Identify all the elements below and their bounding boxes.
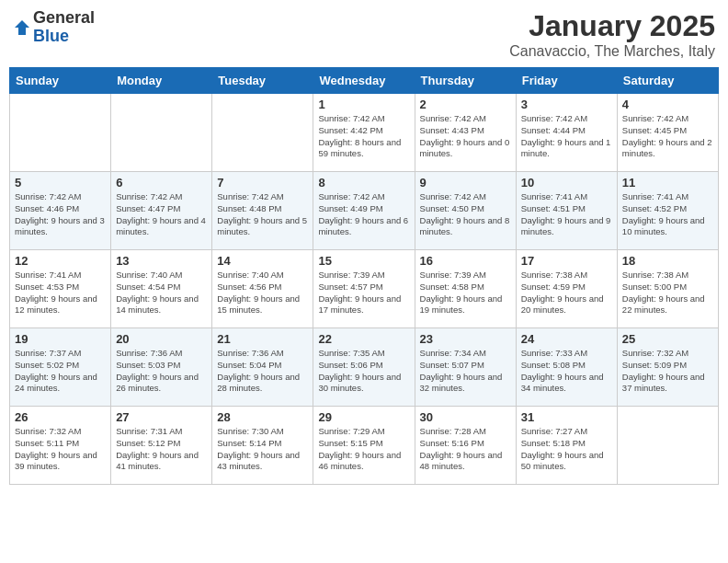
day-info: Sunrise: 7:38 AMSunset: 5:00 PMDaylight:… bbox=[622, 270, 713, 316]
day-cell: 20Sunrise: 7:36 AMSunset: 5:03 PMDayligh… bbox=[111, 328, 212, 407]
day-cell bbox=[10, 94, 111, 172]
title-area: January 2025 Canavaccio, The Marches, It… bbox=[509, 9, 715, 60]
day-cell bbox=[617, 407, 718, 485]
day-cell: 22Sunrise: 7:35 AMSunset: 5:06 PMDayligh… bbox=[313, 328, 415, 407]
day-cell: 29Sunrise: 7:29 AMSunset: 5:15 PMDayligh… bbox=[313, 407, 415, 485]
day-cell bbox=[212, 94, 313, 172]
location-title: Canavaccio, The Marches, Italy bbox=[509, 43, 715, 60]
day-cell: 4Sunrise: 7:42 AMSunset: 4:45 PMDaylight… bbox=[617, 94, 718, 172]
day-info: Sunrise: 7:40 AMSunset: 4:54 PMDaylight:… bbox=[116, 270, 207, 316]
day-cell: 31Sunrise: 7:27 AMSunset: 5:18 PMDayligh… bbox=[516, 407, 617, 485]
week-row-4: 19Sunrise: 7:37 AMSunset: 5:02 PMDayligh… bbox=[10, 328, 719, 407]
day-cell: 9Sunrise: 7:42 AMSunset: 4:50 PMDaylight… bbox=[415, 172, 516, 250]
day-info: Sunrise: 7:41 AMSunset: 4:51 PMDaylight:… bbox=[521, 191, 612, 238]
weekday-header-saturday: Saturday bbox=[617, 68, 718, 94]
day-cell: 21Sunrise: 7:36 AMSunset: 5:04 PMDayligh… bbox=[212, 328, 313, 407]
day-info: Sunrise: 7:42 AMSunset: 4:49 PMDaylight:… bbox=[318, 191, 409, 238]
logo-blue-text: Blue bbox=[33, 28, 95, 46]
weekday-header-row: SundayMondayTuesdayWednesdayThursdayFrid… bbox=[10, 68, 719, 94]
day-cell: 5Sunrise: 7:42 AMSunset: 4:46 PMDaylight… bbox=[10, 172, 111, 250]
logo-icon bbox=[13, 18, 31, 37]
day-number: 13 bbox=[116, 254, 207, 268]
day-cell: 6Sunrise: 7:42 AMSunset: 4:47 PMDaylight… bbox=[111, 172, 212, 250]
day-cell bbox=[111, 94, 212, 172]
day-number: 28 bbox=[217, 410, 308, 424]
svg-marker-0 bbox=[15, 20, 29, 35]
day-number: 11 bbox=[622, 176, 713, 190]
calendar: SundayMondayTuesdayWednesdayThursdayFrid… bbox=[9, 67, 719, 485]
day-cell: 2Sunrise: 7:42 AMSunset: 4:43 PMDaylight… bbox=[415, 94, 516, 172]
day-number: 6 bbox=[116, 176, 207, 190]
day-number: 7 bbox=[217, 176, 308, 190]
day-number: 31 bbox=[521, 410, 612, 424]
day-info: Sunrise: 7:42 AMSunset: 4:48 PMDaylight:… bbox=[217, 191, 308, 238]
day-cell: 7Sunrise: 7:42 AMSunset: 4:48 PMDaylight… bbox=[212, 172, 313, 250]
day-number: 10 bbox=[521, 176, 612, 190]
day-info: Sunrise: 7:31 AMSunset: 5:12 PMDaylight:… bbox=[116, 426, 207, 473]
day-number: 12 bbox=[15, 254, 106, 268]
day-cell: 14Sunrise: 7:40 AMSunset: 4:56 PMDayligh… bbox=[212, 250, 313, 328]
day-info: Sunrise: 7:36 AMSunset: 5:03 PMDaylight:… bbox=[116, 348, 207, 395]
day-info: Sunrise: 7:32 AMSunset: 5:09 PMDaylight:… bbox=[622, 348, 713, 395]
day-info: Sunrise: 7:29 AMSunset: 5:15 PMDaylight:… bbox=[318, 426, 409, 473]
day-number: 17 bbox=[521, 254, 612, 268]
day-info: Sunrise: 7:42 AMSunset: 4:50 PMDaylight:… bbox=[420, 191, 511, 238]
day-cell: 8Sunrise: 7:42 AMSunset: 4:49 PMDaylight… bbox=[313, 172, 415, 250]
day-info: Sunrise: 7:27 AMSunset: 5:18 PMDaylight:… bbox=[521, 426, 612, 473]
day-cell: 10Sunrise: 7:41 AMSunset: 4:51 PMDayligh… bbox=[516, 172, 617, 250]
day-info: Sunrise: 7:30 AMSunset: 5:14 PMDaylight:… bbox=[217, 426, 308, 473]
day-cell: 15Sunrise: 7:39 AMSunset: 4:57 PMDayligh… bbox=[313, 250, 415, 328]
weekday-header-tuesday: Tuesday bbox=[212, 68, 313, 94]
day-info: Sunrise: 7:42 AMSunset: 4:42 PMDaylight:… bbox=[318, 113, 409, 160]
day-number: 9 bbox=[420, 176, 511, 190]
day-info: Sunrise: 7:42 AMSunset: 4:45 PMDaylight:… bbox=[622, 113, 713, 160]
day-info: Sunrise: 7:42 AMSunset: 4:46 PMDaylight:… bbox=[15, 191, 106, 238]
day-info: Sunrise: 7:39 AMSunset: 4:57 PMDaylight:… bbox=[318, 270, 409, 316]
day-cell: 27Sunrise: 7:31 AMSunset: 5:12 PMDayligh… bbox=[111, 407, 212, 485]
day-number: 26 bbox=[15, 410, 106, 424]
day-info: Sunrise: 7:41 AMSunset: 4:52 PMDaylight:… bbox=[622, 191, 713, 238]
day-number: 15 bbox=[318, 254, 409, 268]
day-cell: 23Sunrise: 7:34 AMSunset: 5:07 PMDayligh… bbox=[415, 328, 516, 407]
day-number: 2 bbox=[420, 98, 511, 111]
day-number: 30 bbox=[420, 410, 511, 424]
day-number: 24 bbox=[521, 332, 612, 346]
day-number: 27 bbox=[116, 410, 207, 424]
day-number: 5 bbox=[15, 176, 106, 190]
weekday-header-sunday: Sunday bbox=[10, 68, 111, 94]
week-row-3: 12Sunrise: 7:41 AMSunset: 4:53 PMDayligh… bbox=[10, 250, 719, 328]
day-info: Sunrise: 7:28 AMSunset: 5:16 PMDaylight:… bbox=[420, 426, 511, 473]
day-cell: 16Sunrise: 7:39 AMSunset: 4:58 PMDayligh… bbox=[415, 250, 516, 328]
day-number: 25 bbox=[622, 332, 713, 346]
day-number: 18 bbox=[622, 254, 713, 268]
day-number: 21 bbox=[217, 332, 308, 346]
day-info: Sunrise: 7:35 AMSunset: 5:06 PMDaylight:… bbox=[318, 348, 409, 395]
day-info: Sunrise: 7:38 AMSunset: 4:59 PMDaylight:… bbox=[521, 270, 612, 316]
day-info: Sunrise: 7:42 AMSunset: 4:47 PMDaylight:… bbox=[116, 191, 207, 238]
day-info: Sunrise: 7:42 AMSunset: 4:43 PMDaylight:… bbox=[420, 113, 511, 160]
day-number: 29 bbox=[318, 410, 409, 424]
day-number: 4 bbox=[622, 98, 713, 111]
day-cell: 28Sunrise: 7:30 AMSunset: 5:14 PMDayligh… bbox=[212, 407, 313, 485]
day-cell: 18Sunrise: 7:38 AMSunset: 5:00 PMDayligh… bbox=[617, 250, 718, 328]
day-number: 23 bbox=[420, 332, 511, 346]
header: General Blue January 2025 Canavaccio, Th… bbox=[9, 9, 719, 60]
day-number: 20 bbox=[116, 332, 207, 346]
day-number: 3 bbox=[521, 98, 612, 111]
day-cell: 3Sunrise: 7:42 AMSunset: 4:44 PMDaylight… bbox=[516, 94, 617, 172]
day-number: 1 bbox=[318, 98, 409, 111]
day-number: 19 bbox=[15, 332, 106, 346]
weekday-header-friday: Friday bbox=[516, 68, 617, 94]
day-info: Sunrise: 7:34 AMSunset: 5:07 PMDaylight:… bbox=[420, 348, 511, 395]
day-info: Sunrise: 7:40 AMSunset: 4:56 PMDaylight:… bbox=[217, 270, 308, 316]
day-cell: 13Sunrise: 7:40 AMSunset: 4:54 PMDayligh… bbox=[111, 250, 212, 328]
day-info: Sunrise: 7:42 AMSunset: 4:44 PMDaylight:… bbox=[521, 113, 612, 160]
day-info: Sunrise: 7:37 AMSunset: 5:02 PMDaylight:… bbox=[15, 348, 106, 395]
weekday-header-wednesday: Wednesday bbox=[313, 68, 415, 94]
logo: General Blue bbox=[13, 9, 95, 46]
logo-general-text: General bbox=[33, 9, 95, 28]
month-title: January 2025 bbox=[509, 9, 715, 43]
day-info: Sunrise: 7:39 AMSunset: 4:58 PMDaylight:… bbox=[420, 270, 511, 316]
day-cell: 12Sunrise: 7:41 AMSunset: 4:53 PMDayligh… bbox=[10, 250, 111, 328]
day-cell: 19Sunrise: 7:37 AMSunset: 5:02 PMDayligh… bbox=[10, 328, 111, 407]
